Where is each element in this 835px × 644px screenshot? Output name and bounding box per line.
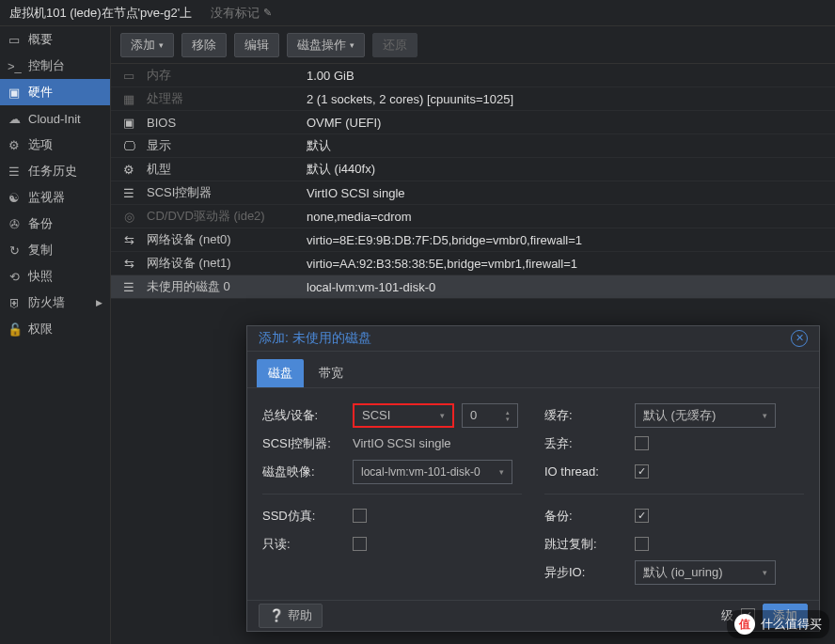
iothread-checkbox[interactable]: ✓	[635, 464, 649, 479]
chevron-down-icon: ▾	[440, 411, 445, 420]
discard-label: 丢弃:	[544, 435, 635, 452]
backup-label: 备份:	[544, 508, 635, 525]
scsi-ctrl-value: VirtIO SCSI single	[353, 436, 522, 450]
tab-disk[interactable]: 磁盘	[257, 359, 304, 387]
iothread-label: IO thread:	[544, 464, 635, 479]
close-icon[interactable]: ✕	[791, 330, 808, 347]
discard-checkbox[interactable]	[635, 436, 649, 450]
chevron-down-icon: ▾	[763, 568, 767, 577]
tab-bandwidth[interactable]: 带宽	[307, 359, 354, 387]
bus-select[interactable]: SCSI▾	[353, 403, 454, 428]
watermark: 值 什么值得买	[727, 610, 829, 638]
cache-select[interactable]: 默认 (无缓存)▾	[635, 403, 776, 428]
backup-checkbox[interactable]: ✓	[635, 509, 649, 523]
skiprep-checkbox[interactable]	[635, 537, 649, 551]
readonly-label: 只读:	[262, 536, 353, 553]
stepper-arrows-icon: ▴▾	[506, 409, 510, 422]
help-button[interactable]: ❔帮助	[259, 604, 323, 628]
select-value: SCSI	[362, 408, 390, 422]
chevron-down-icon: ▾	[499, 467, 504, 477]
readonly-checkbox[interactable]	[353, 537, 367, 551]
watermark-label: 什么值得买	[761, 616, 822, 633]
add-unused-disk-dialog: 添加: 未使用的磁盘 ✕ 磁盘 带宽 总线/设备: SCSI▾ 0▴▾ SCSI…	[246, 325, 820, 632]
skiprep-label: 跳过复制:	[544, 536, 635, 553]
bus-label: 总线/设备:	[262, 407, 353, 424]
ssd-label: SSD仿真:	[262, 508, 353, 525]
dialog-title: 添加: 未使用的磁盘	[259, 330, 371, 347]
asyncio-label: 异步IO:	[544, 564, 635, 581]
disk-image-select[interactable]: local-lvm:vm-101-disk-0▾	[353, 460, 512, 484]
select-value: local-lvm:vm-101-disk-0	[361, 465, 481, 479]
disk-image-label: 磁盘映像:	[262, 463, 353, 480]
help-icon: ❔	[269, 608, 284, 622]
button-label: 帮助	[288, 607, 312, 624]
bus-index-stepper[interactable]: 0▴▾	[462, 403, 518, 428]
watermark-icon: 值	[734, 614, 755, 635]
select-value: 默认 (io_uring)	[643, 564, 723, 581]
select-value: 默认 (无缓存)	[643, 407, 716, 424]
asyncio-select[interactable]: 默认 (io_uring)▾	[635, 560, 776, 585]
cache-label: 缓存:	[544, 407, 635, 424]
scsi-ctrl-label: SCSI控制器:	[262, 435, 353, 452]
stepper-value: 0	[470, 408, 477, 422]
ssd-checkbox[interactable]	[353, 509, 367, 523]
chevron-down-icon: ▾	[763, 411, 767, 420]
